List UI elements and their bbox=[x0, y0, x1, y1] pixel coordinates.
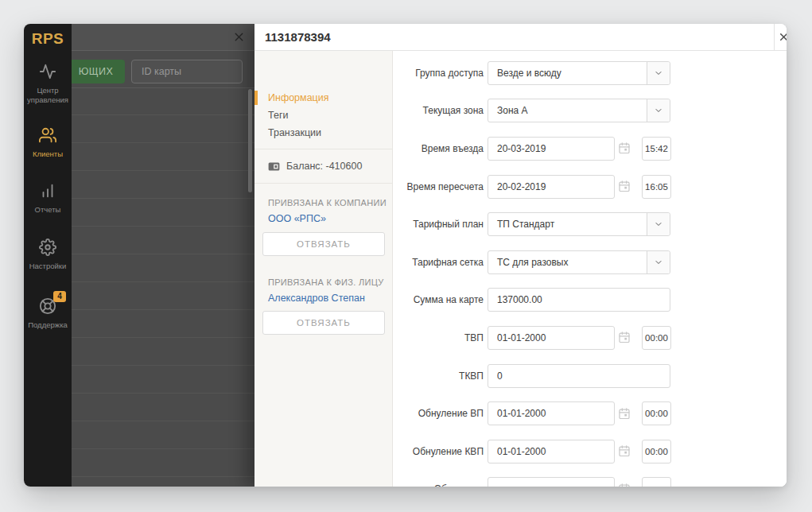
tab-information[interactable]: Информация bbox=[254, 89, 392, 107]
background-list-row bbox=[72, 143, 254, 171]
sidebar-item-settings[interactable]: Настройки bbox=[24, 239, 72, 271]
field-label: Текущая зона bbox=[393, 105, 484, 116]
scrollbar-thumb[interactable] bbox=[248, 89, 252, 192]
active-tab-indicator bbox=[254, 91, 258, 105]
card-detail-panel: 1131878394 ИнформацияТегиТранзакции Бала… bbox=[254, 24, 787, 487]
support-badge: 4 bbox=[53, 291, 66, 302]
tab-label: Теги bbox=[268, 110, 288, 121]
recalc-time-time-input[interactable] bbox=[642, 175, 671, 199]
person-link[interactable]: Александров Степан bbox=[254, 293, 392, 304]
field-label: Обнуление bbox=[393, 483, 484, 487]
background-list-row bbox=[72, 449, 254, 477]
sidebar-item-reports[interactable]: Отчеты bbox=[24, 182, 72, 215]
sidebar-item-label: Клиенты bbox=[24, 149, 72, 159]
chevron-down-icon[interactable] bbox=[647, 251, 670, 273]
form-row-tariff-plan: Тарифный план ТП Стандарт bbox=[393, 205, 787, 243]
reset-cut-time-input[interactable] bbox=[642, 477, 671, 487]
field-label: Время пересчета bbox=[393, 181, 484, 192]
selected-value: ТС для разовых bbox=[488, 257, 647, 268]
form-row-reset-cut: Обнуление bbox=[393, 471, 787, 487]
screen-background: RPS Центр управленияКлиентыОтчетыНастрой… bbox=[0, 0, 812, 512]
tariff-plan-select[interactable]: ТП Стандарт bbox=[488, 212, 670, 236]
field-label: Группа доступа bbox=[393, 68, 484, 79]
tab-label: Транзакции bbox=[268, 127, 321, 138]
search-button-partial[interactable]: ЮЩИХ bbox=[67, 60, 125, 83]
entry-time-date-input[interactable] bbox=[488, 137, 615, 161]
panel-close-icon[interactable] bbox=[778, 31, 787, 44]
background-list-row bbox=[72, 338, 254, 366]
access-group-select[interactable]: Везде и всюду bbox=[488, 61, 670, 85]
form-row-reset-vp: Обнуление ВП bbox=[393, 394, 787, 432]
balance-value: Баланс: -410600 bbox=[286, 161, 362, 172]
person-section-label: ПРИВЯЗАНА К ФИЗ. ЛИЦУ bbox=[254, 277, 392, 287]
tvp-time-input[interactable] bbox=[642, 326, 671, 350]
background-list-row bbox=[72, 227, 254, 254]
background-list-row bbox=[72, 254, 254, 282]
field-label: ТКВП bbox=[393, 370, 484, 382]
sidebar-item-label: Поддержка bbox=[24, 320, 72, 330]
tab-tags[interactable]: Теги bbox=[254, 107, 392, 124]
tab-transactions[interactable]: Транзакции bbox=[254, 124, 392, 142]
form-row-tkvp: ТКВП bbox=[393, 357, 787, 395]
sidebar-item-support[interactable]: Поддержка4 bbox=[24, 297, 72, 330]
unbind-company-button[interactable]: ОТВЯЗАТЬ bbox=[262, 232, 385, 256]
calendar-icon[interactable] bbox=[618, 180, 631, 193]
calendar-icon[interactable] bbox=[618, 331, 631, 344]
calendar-icon[interactable] bbox=[618, 407, 631, 421]
sidebar-item-control-center[interactable]: Центр управления bbox=[24, 63, 72, 105]
form-row-reset-kvp: Обнуление КВП bbox=[393, 432, 787, 471]
card-amount-input[interactable] bbox=[488, 288, 670, 312]
field-label: ТВП bbox=[393, 332, 484, 343]
current-zone-select[interactable]: Зона А bbox=[488, 99, 670, 122]
activity-icon bbox=[39, 63, 56, 80]
tab-label: Информация bbox=[268, 92, 329, 103]
field-label: Обнуление КВП bbox=[393, 446, 484, 457]
panel-side-menu: ИнформацияТегиТранзакции Баланс: -410600… bbox=[254, 51, 393, 487]
sidebar-item-label: Настройки bbox=[24, 262, 72, 271]
reset-vp-time-input[interactable] bbox=[642, 401, 671, 425]
reset-cut-date-input[interactable] bbox=[488, 477, 615, 487]
tvp-date-input[interactable] bbox=[488, 326, 615, 350]
sidebar-item-clients[interactable]: Клиенты bbox=[24, 126, 72, 159]
card-id-input[interactable] bbox=[131, 60, 243, 83]
selected-value: Зона А bbox=[488, 105, 647, 116]
company-section-label: ПРИВЯЗАНА К КОМПАНИИ bbox=[254, 198, 392, 208]
chevron-down-icon[interactable] bbox=[647, 62, 670, 84]
dimmed-background-page: ЮЩИХ bbox=[72, 24, 254, 487]
field-label: Обнуление ВП bbox=[393, 408, 484, 419]
background-list-row bbox=[72, 477, 254, 487]
company-link[interactable]: ООО «РПС» bbox=[254, 213, 392, 224]
balance-row: Баланс: -410600 bbox=[254, 149, 392, 184]
recalc-time-date-input[interactable] bbox=[488, 175, 615, 199]
card-balance-icon bbox=[268, 161, 280, 172]
background-list-row bbox=[72, 171, 254, 199]
card-info-form: Группа доступа Везде и всюду Текущая зон… bbox=[393, 51, 787, 487]
background-results-list bbox=[72, 87, 254, 487]
selected-value: Везде и всюду bbox=[488, 68, 647, 79]
entry-time-time-input[interactable] bbox=[642, 137, 671, 161]
reset-vp-date-input[interactable] bbox=[488, 401, 615, 425]
bar-chart-icon bbox=[39, 182, 56, 200]
unbind-person-button[interactable]: ОТВЯЗАТЬ bbox=[262, 311, 385, 335]
background-list-row bbox=[72, 87, 254, 115]
calendar-icon[interactable] bbox=[618, 444, 631, 458]
gear-icon bbox=[39, 239, 56, 256]
close-icon[interactable] bbox=[232, 30, 246, 44]
tkvp-input[interactable] bbox=[488, 364, 670, 388]
tariff-grid-select[interactable]: ТС для разовых bbox=[488, 250, 670, 274]
reset-kvp-time-input[interactable] bbox=[642, 440, 671, 464]
background-list-row bbox=[72, 282, 254, 310]
rps-logo: RPS bbox=[24, 30, 72, 48]
background-list-row bbox=[72, 421, 254, 449]
calendar-icon[interactable] bbox=[618, 142, 631, 155]
field-label: Тарифный план bbox=[393, 219, 484, 230]
background-list-row bbox=[72, 115, 254, 143]
calendar-icon[interactable] bbox=[618, 483, 631, 487]
chevron-down-icon[interactable] bbox=[647, 213, 670, 235]
background-list-row bbox=[72, 366, 254, 394]
app-sidebar: RPS Центр управленияКлиентыОтчетыНастрой… bbox=[24, 24, 72, 487]
reset-kvp-date-input[interactable] bbox=[488, 440, 615, 464]
background-list-row bbox=[72, 394, 254, 421]
app-window: RPS Центр управленияКлиентыОтчетыНастрой… bbox=[24, 24, 787, 487]
chevron-down-icon[interactable] bbox=[647, 99, 670, 122]
